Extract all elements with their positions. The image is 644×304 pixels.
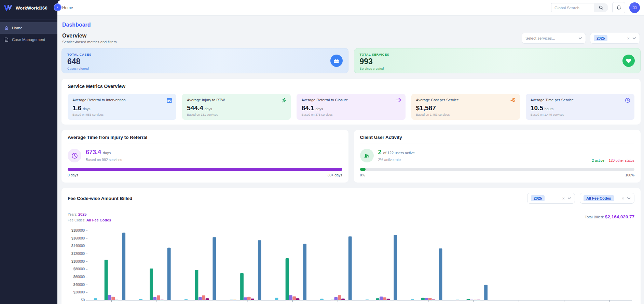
- clear-icon[interactable]: ×: [627, 36, 630, 41]
- total-cases-card: TOTAL CASES 648 Cases referred: [61, 48, 348, 73]
- year-select[interactable]: 2025 ×: [590, 33, 640, 44]
- chart-bar-fee-code-salmon: [428, 298, 432, 300]
- chart-bar-fee-code-green: [421, 298, 425, 300]
- page-title: Dashboard: [62, 22, 641, 28]
- active-users-value: 2: [378, 149, 382, 156]
- chart-bar-fee-code-salmon: [111, 297, 115, 300]
- metric-card-referral-to-closure: Average Referral to Closure 84.1days Bas…: [297, 94, 405, 120]
- chart-bar-fee-code-green: [467, 299, 470, 300]
- clear-icon[interactable]: ×: [621, 196, 624, 201]
- chart-bar-fee-code-magenta: [115, 300, 119, 301]
- chart-bar-fee-code-steelblue: [394, 235, 397, 300]
- sidebar-item-label: Case Management: [12, 38, 45, 42]
- sidebar-item-case-management[interactable]: Case Management: [0, 34, 57, 45]
- metric-title: Average Injury to RTW: [187, 98, 286, 102]
- chart-bar-fee-code-cyan: [94, 298, 97, 300]
- chart-bar-fee-code-cyan: [456, 300, 460, 300]
- workworld360-logo-icon: [4, 4, 13, 11]
- total-services-caption: Services created: [360, 67, 635, 70]
- y-axis-label: $100000: [71, 260, 85, 263]
- range-min-label: 0 days: [68, 173, 78, 177]
- total-services-label: TOTAL SERVICES: [360, 53, 635, 56]
- money-icon: $: [510, 98, 516, 104]
- range-max-label: 30+ days: [328, 173, 342, 177]
- total-billed: Total Billed:$2,164,020.77: [585, 214, 634, 219]
- chart-bar-fee-code-green: [331, 300, 334, 301]
- chart-bar-fee-code-salmon: [292, 296, 296, 300]
- case-file-icon: [4, 37, 9, 42]
- sidebar-item-label: Home: [12, 26, 23, 30]
- years-value: 2025: [78, 212, 86, 216]
- user-activity-progress-track: [360, 168, 635, 171]
- chart-bar-fee-code-purple: [334, 297, 338, 300]
- year-chip: 2025: [594, 35, 607, 41]
- chart-bar-fee-code-orange: [233, 300, 237, 300]
- chart-bar-fee-code-purple: [425, 298, 428, 300]
- metric-title: Average Referral to Closure: [301, 98, 400, 102]
- chart-bar-fee-code-magenta: [206, 298, 209, 300]
- y-axis-label: $20000: [73, 290, 85, 294]
- runner-icon: [281, 98, 287, 104]
- injury-referral-progress-fill: [68, 168, 342, 171]
- logo: WorkWorld360: [0, 0, 57, 16]
- fee-codes-chip: All Fee Codes: [584, 195, 614, 201]
- y-axis-label: $40000: [73, 283, 85, 287]
- fee-panel-title: Fee Code-wise Amount Billed: [68, 196, 132, 201]
- clock-icon: [68, 149, 81, 162]
- metric-card-referral-to-intervention: Average Referral to Intervention 1.6days…: [68, 94, 176, 120]
- chart-bar-fee-code-magenta: [341, 299, 345, 300]
- chart-bar-fee-code-salmon: [202, 295, 205, 300]
- client-user-activity-title: Client User Activity: [360, 135, 635, 144]
- overview-title: Overview: [62, 33, 117, 39]
- notifications-button[interactable]: [612, 2, 625, 13]
- active-users-caption: of 122 users active: [383, 151, 415, 155]
- user-activity-progress-fill: [360, 168, 366, 171]
- y-axis-label: $0: [81, 298, 85, 302]
- chart-bar-fee-code-green: [150, 269, 153, 300]
- service-metrics-panel: Service Metrics Overview Average Referra…: [61, 79, 641, 125]
- search-button[interactable]: [594, 3, 608, 12]
- overview-heading: Overview Service-based metrics and filte…: [62, 33, 117, 44]
- metric-unit: hours: [545, 107, 553, 111]
- user-avatar[interactable]: JJ: [629, 2, 640, 13]
- bell-icon: [616, 5, 621, 11]
- app-root: WorkWorld360 ‹ Home Case Management: [0, 0, 644, 304]
- fee-year-select[interactable]: 2025 ×: [527, 193, 575, 204]
- injury-referral-unit: days: [103, 151, 111, 155]
- chart-bar-fee-code-salmon: [383, 298, 386, 301]
- breadcrumb[interactable]: Home: [62, 5, 73, 10]
- search-input[interactable]: [551, 3, 594, 12]
- y-axis-label: $160000: [71, 236, 85, 240]
- injury-referral-value: 673.4: [86, 149, 101, 156]
- chart-bar-fee-code-steelblue: [122, 233, 125, 300]
- chart-bar-fee-code-salmon: [474, 300, 477, 301]
- calendar-check-icon: [167, 98, 172, 104]
- fee-code-panel: Fee Code-wise Amount Billed 2025 × All F…: [61, 188, 641, 304]
- clear-icon[interactable]: ×: [562, 196, 565, 201]
- y-axis-label: $140000: [71, 244, 85, 248]
- chart-bar-fee-code-steelblue: [213, 237, 216, 300]
- chart-bar-fee-code-steelblue: [484, 285, 488, 300]
- sidebar: WorkWorld360 ‹ Home Case Management: [0, 0, 57, 304]
- metric-caption: Based on 131 services: [187, 113, 286, 116]
- sidebar-item-home[interactable]: Home: [0, 22, 57, 34]
- chart-bar-fee-code-salmon: [247, 297, 251, 300]
- chart-bar-fee-code-purple: [198, 297, 202, 300]
- other-status-legend: 120 other status: [609, 158, 634, 162]
- total-cases-value: 648: [67, 57, 343, 66]
- metric-unit: days: [83, 107, 90, 111]
- fee-codes-select[interactable]: All Fee Codes ×: [580, 193, 634, 204]
- chart-bar-fee-code-steelblue: [258, 240, 261, 300]
- metric-unit: days: [315, 107, 323, 111]
- total-cases-caption: Cases referred: [67, 67, 343, 70]
- metric-value: 10.5: [531, 104, 543, 112]
- metric-title: Average Cost per Service: [416, 98, 515, 102]
- sidebar-collapse-button[interactable]: ‹: [54, 3, 61, 11]
- injury-to-referral-title: Average Time from Injury to Referral: [68, 135, 342, 144]
- metric-card-injury-to-rtw: Average Injury to RTW 544.4days Based on…: [182, 94, 291, 120]
- services-select-placeholder: Select services...: [525, 36, 576, 40]
- services-select[interactable]: Select services...: [522, 33, 586, 44]
- y-axis-label: $80000: [73, 267, 85, 271]
- chart-bar-fee-code-purple: [380, 296, 383, 300]
- service-metrics-title: Service Metrics Overview: [68, 84, 634, 89]
